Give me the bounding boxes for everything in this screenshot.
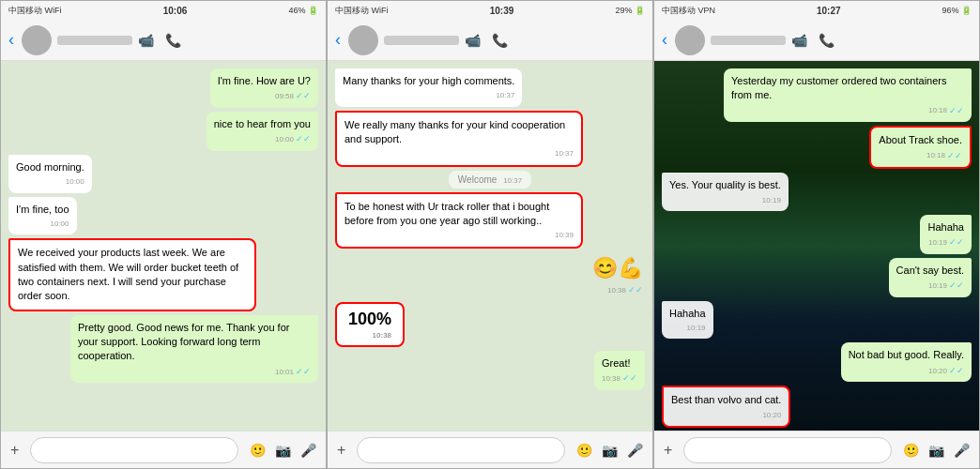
header-icons-2: 📹 📞 [465, 33, 508, 48]
status-bar-1: 中国移动 WiFi 10:06 46% 🔋 [1, 1, 326, 20]
back-button-1[interactable]: ‹ [8, 30, 16, 50]
battery-1: 46% 🔋 [288, 6, 318, 15]
message-p2m7: Great! 10:38✓✓ [594, 351, 645, 390]
message-p2m1: Many thanks for your high comments. 10:3… [335, 68, 522, 107]
phone-call-icon-1[interactable]: 📞 [165, 33, 181, 48]
status-bar-3: 中国移动 VPN 10:27 96% 🔋 [654, 1, 979, 20]
plus-icon-1[interactable]: + [10, 442, 19, 459]
chat-header-1: ‹ 📹 📞 [1, 20, 326, 61]
message-input-3[interactable] [683, 437, 892, 463]
avatar-2 [348, 25, 378, 55]
contact-name-2 [384, 36, 459, 45]
time-3: 10:27 [817, 6, 841, 16]
message-input-1[interactable] [30, 437, 238, 463]
header-icons-1: 📹 📞 [138, 33, 181, 48]
message-p3m5: Can't say best. 10:19✓✓ [889, 258, 972, 297]
message-p1m4: I'm fine, too 10:00 [8, 197, 77, 235]
message-p1m6: Pretty good. Good news for me. Thank you… [70, 315, 318, 384]
battery-3: 96% 🔋 [942, 6, 972, 15]
phone-2: 中国移动 WiFi 10:39 29% 🔋 ‹ 📹 📞 Many thanks … [327, 0, 653, 469]
message-p3m6: Hahaha 10:19 [662, 301, 713, 340]
carrier-1: 中国移动 WiFi [8, 5, 62, 17]
message-p3m8: Best than volvo and cat. 10:20 [662, 386, 790, 428]
chat-body-2: Many thanks for your high comments. 10:3… [328, 61, 652, 431]
message-p3m4: Hahaha 10:19✓✓ [920, 215, 972, 254]
chat-header-3: ‹ 📹 📞 [654, 20, 979, 61]
phone-call-icon-3[interactable]: 📞 [819, 33, 835, 48]
avatar-3 [675, 25, 705, 55]
message-p2m6: 100% 10:38 [335, 302, 405, 347]
camera-icon-1[interactable]: 📷 [275, 443, 291, 458]
mic-icon-1[interactable]: 🎤 [300, 443, 316, 458]
video-call-icon-3[interactable]: 📹 [791, 33, 807, 48]
message-p3m2: About Track shoe. 10:18✓✓ [869, 126, 972, 169]
message-p1m2: nice to hear from you 10:00 ✓✓ [207, 112, 318, 151]
bottom-right-icons-3: 🙂 📷 🎤 [903, 443, 970, 458]
message-p3m3: Yes. Your quality is best. 10:19 [662, 173, 789, 211]
plus-icon-3[interactable]: + [664, 442, 672, 459]
message-p2m4: To be honest with Ur track roller that i… [335, 192, 583, 249]
avatar-1 [22, 25, 52, 55]
camera-icon-3[interactable]: 📷 [928, 443, 944, 458]
phone-call-icon-2[interactable]: 📞 [492, 33, 508, 48]
message-p3m1: Yesterday my customer ordered two contai… [724, 68, 972, 122]
bottom-right-icons-2: 🙂 📷 🎤 [576, 443, 643, 458]
message-p1m3: Good morning. 10:00 [8, 155, 92, 193]
contact-name-1 [57, 36, 132, 45]
chat-bottom-1: + 🙂 📷 🎤 [1, 431, 326, 468]
phone-1: 中国移动 WiFi 10:06 46% 🔋 ‹ 📹 📞 I'm fine. Ho… [0, 0, 327, 469]
mic-icon-2[interactable]: 🎤 [627, 443, 643, 458]
chat-header-2: ‹ 📹 📞 [328, 20, 652, 61]
video-call-icon-1[interactable]: 📹 [138, 33, 154, 48]
chat-bottom-3: + 🙂 📷 🎤 [654, 431, 979, 468]
system-msg-welcome: Welcome 10:37 [449, 171, 531, 189]
message-p2m5: 😊💪 10:38✓✓ [590, 252, 645, 298]
message-p1m5: We received your products last week. We … [8, 238, 256, 311]
carrier-2: 中国移动 WiFi [335, 5, 389, 17]
status-bar-2: 中国移动 WiFi 10:39 29% 🔋 [328, 1, 652, 20]
chat-body-3: Yesterday my customer ordered two contai… [654, 61, 979, 431]
contact-name-3 [711, 36, 786, 45]
battery-2: 29% 🔋 [615, 6, 645, 15]
sticker-icon-1[interactable]: 🙂 [250, 443, 266, 458]
sticker-icon-2[interactable]: 🙂 [576, 443, 592, 458]
carrier-3: 中国移动 VPN [662, 5, 715, 17]
video-call-icon-2[interactable]: 📹 [465, 33, 481, 48]
phone-3: 中国移动 VPN 10:27 96% 🔋 ‹ 📹 📞 Yesterday my … [653, 0, 980, 469]
chat-bottom-2: + 🙂 📷 🎤 [328, 431, 652, 468]
header-icons-3: 📹 📞 [791, 33, 835, 48]
time-1: 10:06 [163, 6, 188, 16]
time-2: 10:39 [490, 6, 514, 16]
back-button-2[interactable]: ‹ [335, 30, 343, 50]
sticker-icon-3[interactable]: 🙂 [903, 443, 919, 458]
chat-body-1: I'm fine. How are U? 09:58 ✓✓ nice to he… [1, 61, 326, 431]
message-input-2[interactable] [357, 437, 565, 463]
message-p2m2: We really many thanks for your kind coop… [335, 111, 583, 167]
camera-icon-2[interactable]: 📷 [602, 443, 618, 458]
mic-icon-3[interactable]: 🎤 [954, 443, 970, 458]
bottom-right-icons-1: 🙂 📷 🎤 [250, 443, 316, 458]
back-button-3[interactable]: ‹ [662, 30, 669, 50]
message-p3m7: Not bad but good. Really. 10:20✓✓ [841, 342, 972, 382]
message-p1m1: I'm fine. How are U? 09:58 ✓✓ [210, 68, 318, 108]
plus-icon-2[interactable]: + [337, 442, 345, 459]
